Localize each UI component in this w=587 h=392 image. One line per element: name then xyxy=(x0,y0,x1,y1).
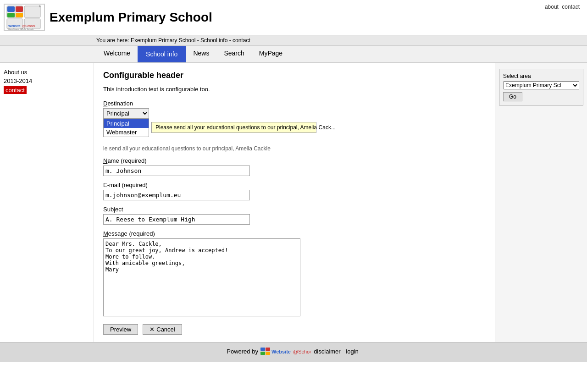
subject-input[interactable] xyxy=(103,214,250,225)
breadcrumb: You are here: Exemplum Primary School - … xyxy=(0,35,587,46)
go-button[interactable]: Go xyxy=(503,92,522,101)
footer-logo-svg: Website @School xyxy=(260,347,310,357)
svg-rect-5 xyxy=(16,6,23,12)
email-label: E-mail (required) xyxy=(103,182,486,188)
sidebar-year: 2013-2014 xyxy=(4,77,90,84)
destination-description: le send all your educational questions t… xyxy=(103,145,332,152)
about-link[interactable]: about xyxy=(545,4,559,10)
nav-search[interactable]: Search xyxy=(216,46,251,62)
name-label: Name (required) xyxy=(103,157,486,164)
nav-bar: Welcome School info News Search MyPage xyxy=(0,46,587,63)
subject-group: Subject xyxy=(103,206,486,225)
svg-text:®: ® xyxy=(39,5,41,8)
message-label: Message (required) xyxy=(103,230,486,237)
breadcrumb-text: You are here: Exemplum Primary School - … xyxy=(96,37,250,44)
intro-text: This introduction text is configurable t… xyxy=(103,86,486,93)
svg-rect-13 xyxy=(266,348,270,351)
svg-rect-6 xyxy=(7,13,15,17)
dropdown-webmaster[interactable]: Webmaster xyxy=(104,128,149,137)
sidebar-contact[interactable]: contact xyxy=(4,86,27,94)
destination-tooltip: Please send all your educational questio… xyxy=(151,122,316,133)
cancel-button[interactable]: ✕ Cancel xyxy=(143,324,182,335)
logo-box: Website @School Open-Source CMS for Scho… xyxy=(4,4,45,31)
subject-label: Subject xyxy=(103,206,486,213)
nav-news[interactable]: News xyxy=(186,46,216,62)
sidebar-about-us[interactable]: About us xyxy=(4,69,90,76)
svg-rect-1 xyxy=(24,6,40,17)
svg-rect-4 xyxy=(7,6,15,12)
message-textarea[interactable] xyxy=(103,238,300,316)
content-area: Configurable header This introduction te… xyxy=(94,63,495,342)
cancel-icon: ✕ xyxy=(150,326,155,333)
logo-svg: Website @School Open-Source CMS for Scho… xyxy=(6,5,43,30)
contact-link[interactable]: contact xyxy=(562,4,580,10)
destination-dropdown-list: Principal Webmaster xyxy=(103,119,149,137)
nav-welcome[interactable]: Welcome xyxy=(96,46,138,62)
btn-row: Preview ✕ Cancel xyxy=(103,324,486,335)
right-panel: Select area Exemplum Primary Scl Go xyxy=(495,63,587,342)
svg-rect-7 xyxy=(16,13,23,17)
cancel-label: Cancel xyxy=(156,326,175,333)
footer-logo: Website @School xyxy=(260,348,312,355)
svg-rect-15 xyxy=(266,352,270,355)
email-group: E-mail (required) xyxy=(103,182,486,200)
login-link[interactable]: login xyxy=(346,348,358,355)
destination-row: Principal Webmaster Principal Webmaster … xyxy=(103,108,486,119)
email-input[interactable] xyxy=(103,190,250,200)
top-links: about contact xyxy=(543,4,580,10)
site-title: Exemplum Primary School xyxy=(50,10,212,25)
logo-area: Website @School Open-Source CMS for Scho… xyxy=(4,4,212,31)
form-header: Configurable header xyxy=(103,71,486,80)
dropdown-principal[interactable]: Principal xyxy=(104,119,149,128)
destination-label: Destination xyxy=(103,100,486,107)
footer: Powered by Website @School disclaimer lo… xyxy=(0,342,587,362)
message-group: Message (required) xyxy=(103,230,486,318)
nav-mypage[interactable]: MyPage xyxy=(252,46,290,62)
svg-text:Open-Source CMS for Schools: Open-Source CMS for Schools xyxy=(8,28,33,30)
destination-group: Destination Principal Webmaster Principa… xyxy=(103,100,486,152)
select-area-box: Select area Exemplum Primary Scl Go xyxy=(499,69,583,105)
name-input[interactable] xyxy=(103,166,250,176)
preview-button[interactable]: Preview xyxy=(103,324,138,335)
svg-text:Website: Website xyxy=(8,24,21,28)
select-area-label: Select area xyxy=(503,73,579,79)
select-area-select[interactable]: Exemplum Primary Scl xyxy=(503,81,579,89)
nav-school-info[interactable]: School info xyxy=(138,46,186,62)
top-bar: Website @School Open-Source CMS for Scho… xyxy=(0,0,587,35)
svg-text:Website: Website xyxy=(271,349,291,354)
svg-text:@School: @School xyxy=(293,349,310,354)
sidebar: About us 2013-2014 contact xyxy=(0,63,94,342)
disclaimer-link[interactable]: disclaimer xyxy=(314,348,341,355)
name-group: Name (required) xyxy=(103,157,486,176)
powered-by-text: Powered by xyxy=(227,348,258,355)
main-layout: About us 2013-2014 contact Configurable … xyxy=(0,63,587,342)
destination-select[interactable]: Principal Webmaster xyxy=(103,108,149,119)
destination-dropdown-wrapper: Principal Webmaster Principal Webmaster … xyxy=(103,108,149,119)
svg-rect-14 xyxy=(260,352,265,355)
svg-rect-12 xyxy=(260,348,265,351)
svg-text:@School: @School xyxy=(22,24,35,28)
